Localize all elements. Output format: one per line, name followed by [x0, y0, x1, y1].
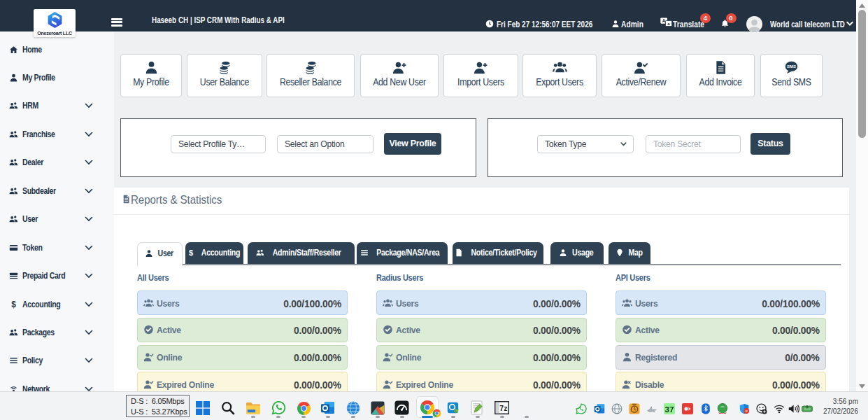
svg-text:37: 37	[665, 405, 674, 414]
svg-text:7z: 7z	[499, 405, 507, 412]
